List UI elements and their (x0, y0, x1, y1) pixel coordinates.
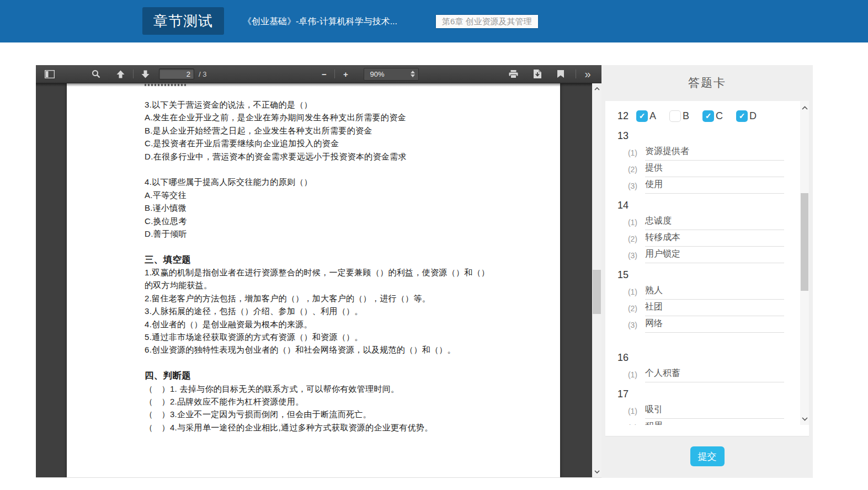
blank-answer-input[interactable]: 个人积蓄 (645, 368, 784, 382)
pdf-toolbar: / 3 − + 90% (36, 65, 601, 83)
checkbox-checked-icon[interactable] (702, 110, 714, 122)
question-line: （ ）3.企业不一定因为亏损而倒闭，但会由于断流而死亡。 (145, 408, 525, 420)
question-line: 6.创业资源的独特性表现为创业者的（）和社会网络资源，以及规范的（）和（）。 (145, 343, 525, 356)
submit-button[interactable]: 提交 (690, 446, 725, 466)
more-tools-button[interactable]: » (581, 67, 595, 81)
minus-icon: − (322, 70, 327, 79)
pdf-viewer: / 3 − + 90% (36, 65, 601, 478)
next-page-button[interactable] (138, 67, 152, 81)
answer-card-title: 答题卡 (601, 65, 813, 90)
blank-answer-input[interactable]: 忠诚度 (645, 215, 784, 230)
checkbox-checked-icon[interactable] (736, 110, 748, 122)
zoom-level-select[interactable]: 90% (364, 68, 419, 81)
toolbar-separator (133, 70, 134, 78)
search-button[interactable] (89, 67, 103, 81)
pdf-page: 3.以下关于营运资金的说法，不正确的是（） A.发生在企业开业之前，是企业在筹办… (67, 83, 560, 477)
blank-answer-input[interactable]: 提供 (645, 162, 784, 177)
zoom-level-value: 90% (370, 70, 411, 78)
option-line: A.发生在企业开业之前，是企业在筹办期间发生各种支出所需要的资金 (145, 111, 525, 124)
blank-answer-input[interactable]: 社团 (645, 301, 784, 316)
option-label: C (716, 108, 723, 124)
question-line: 5.通过非市场途径获取资源的方式有资源（）和资源（）。 (145, 331, 525, 343)
printer-icon (509, 70, 518, 78)
option-c[interactable]: C (702, 108, 723, 124)
option-b[interactable]: B (669, 108, 689, 124)
question-number: 13 (617, 127, 634, 144)
checkbox-unchecked-icon[interactable] (669, 110, 681, 122)
previous-page-button[interactable] (113, 67, 127, 81)
blank-answer-input[interactable]: 积累 (645, 420, 784, 425)
toolbar-separator (576, 70, 576, 78)
scrollbar-thumb[interactable] (801, 193, 808, 291)
page-title: 章节测试 (142, 7, 224, 35)
option-line: D.善于倾听 (145, 227, 525, 240)
course-title: 《创业基础》-卓伟-计算机科学与技术... (243, 0, 397, 42)
blank-answer-input[interactable]: 熟人 (645, 285, 784, 300)
option-a[interactable]: A (636, 108, 656, 124)
blank-answer-input[interactable]: 吸引 (645, 404, 784, 419)
option-d[interactable]: D (736, 108, 757, 124)
answer-blank-row: (2) 转移成本 (617, 230, 800, 247)
answer-list-scrollbar[interactable] (800, 101, 809, 425)
search-icon (92, 70, 100, 78)
chapter-label: 第6章 创业资源及其管理 (436, 15, 538, 28)
chevron-up-icon (802, 106, 808, 110)
blank-index: (3) (621, 182, 637, 190)
answer-blank-row: (2) 积累 (617, 419, 800, 425)
question-line: 2.留住老客户的方法包括，增加客户的（），加大客户的（），进行（）等。 (145, 292, 525, 305)
answer-blank-row: (3) 使用 (617, 177, 800, 194)
arrow-down-icon (141, 70, 150, 78)
select-spinner-icon (411, 71, 415, 77)
pdf-scrollbar[interactable] (592, 83, 601, 477)
scroll-down-button[interactable] (800, 414, 809, 423)
app-header: 章节测试 《创业基础》-卓伟-计算机科学与技术... 第6章 创业资源及其管理 (0, 0, 868, 42)
print-button[interactable] (506, 67, 520, 81)
answer-blank-row: (1) 吸引 (617, 402, 800, 419)
scroll-up-button[interactable] (592, 84, 601, 93)
zoom-out-button[interactable]: − (317, 67, 331, 81)
bookmark-button[interactable] (553, 67, 568, 81)
blank-answer-input[interactable]: 转移成本 (645, 232, 784, 247)
question-number: 17 (617, 386, 634, 402)
question-line: （ ）4.与采用单一途径的企业相比,通过多种方式获取资源的企业更有优势。 (145, 421, 525, 434)
toolbar-shadow (36, 83, 592, 87)
question-line: 4.创业者的（）是创业融资最为根本的来源。 (145, 318, 525, 331)
blank-index: (1) (621, 148, 637, 157)
blank-answer-input[interactable]: 使用 (645, 179, 784, 194)
plus-icon: + (343, 70, 348, 79)
sidebar-toggle-button[interactable] (42, 67, 57, 81)
blank-answer-input[interactable]: 用户锁定 (645, 248, 784, 263)
answer-blank-row: (3) 用户锁定 (617, 247, 800, 263)
download-button[interactable] (530, 67, 545, 81)
question-row-15: 15 (617, 267, 800, 283)
option-line: B.是从企业开始经营之日起，企业发生各种支出所需要的资金 (145, 124, 525, 137)
answer-blank-row: (1) 资源提供者 (617, 144, 800, 161)
option-line: A.平等交往 (145, 189, 525, 201)
download-icon (534, 70, 541, 78)
option-line: D.在很多行业中，营运资本的资金需求要远远小于投资资本的资金需求 (145, 150, 525, 163)
blank-answer-input[interactable]: 资源提供者 (645, 146, 784, 161)
zoom-in-button[interactable]: + (338, 67, 353, 81)
option-label: A (649, 108, 656, 124)
scrollbar-thumb[interactable] (593, 270, 601, 314)
checkbox-checked-icon[interactable] (636, 110, 648, 122)
blank-index: (2) (621, 304, 637, 313)
question-line: （ ）2.品牌效应不能作为杠杆资源使用。 (145, 395, 525, 408)
question-row-16: 16 (617, 349, 800, 366)
toolbar-separator (334, 70, 335, 78)
scroll-down-button[interactable] (592, 467, 601, 476)
answer-card-panel: 答题卡 12 A B C D (601, 65, 813, 478)
option-label: D (749, 108, 757, 124)
chevron-up-icon (594, 87, 600, 90)
option-label: B (683, 108, 689, 124)
option-line: C.换位思考 (145, 215, 525, 227)
answer-blank-row: (2) 社团 (617, 300, 800, 316)
section-heading: 四、判断题 (145, 369, 525, 382)
question-line: 3.人脉拓展的途径，包括（）介绍、参加（）、利用（）。 (145, 305, 525, 317)
question-line: 1.双赢的机制是指创业者在进行资源整合的时候，一定要兼顾（）的利益，使资源（）和… (145, 266, 525, 279)
question-row-17: 17 (617, 386, 800, 402)
blank-answer-input[interactable]: 网络 (645, 318, 784, 333)
question-row-14: 14 (617, 197, 800, 214)
scroll-up-button[interactable] (800, 103, 809, 112)
page-number-input[interactable] (159, 68, 194, 79)
